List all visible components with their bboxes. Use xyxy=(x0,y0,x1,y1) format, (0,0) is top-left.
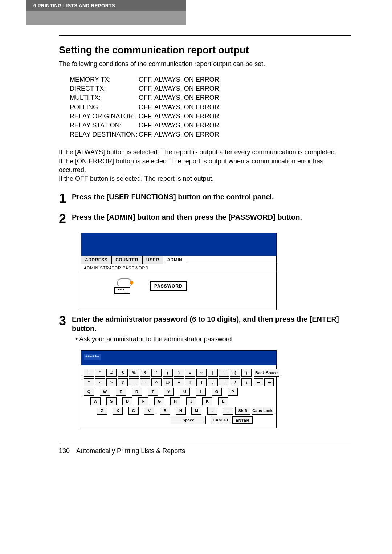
key[interactable]: V xyxy=(144,407,154,415)
setting-value: OFF, ALWAYS, ON ERROR xyxy=(139,75,219,84)
setting-label: RELAY ORIGINATOR: xyxy=(70,112,139,121)
setting-value: OFF, ALWAYS, ON ERROR xyxy=(139,112,219,121)
key[interactable]: O xyxy=(212,388,222,396)
key[interactable]: ` xyxy=(219,369,229,377)
key[interactable]: ( xyxy=(163,369,173,377)
capslock-key[interactable]: Caps Lock xyxy=(252,407,273,415)
key[interactable]: # xyxy=(106,369,117,377)
chapter-header: 6 PRINTING LISTS AND REPORTS xyxy=(26,0,186,11)
key[interactable]: \ xyxy=(241,378,252,386)
key[interactable]: H xyxy=(170,397,180,405)
step-1: 1 Press the [USER FUNCTIONS] button on t… xyxy=(59,192,351,205)
key[interactable]: + xyxy=(174,378,184,386)
setting-value: OFF, ALWAYS, ON ERROR xyxy=(139,103,219,112)
arrow-left-key[interactable]: ⬅ xyxy=(254,378,263,386)
key[interactable]: X xyxy=(113,407,123,415)
tab-admin[interactable]: ADMIN xyxy=(163,256,186,264)
key[interactable]: * xyxy=(84,378,94,386)
key[interactable]: & xyxy=(140,369,150,377)
step-2: 2 Press the [ADMIN] button and then pres… xyxy=(59,212,351,225)
key[interactable]: } xyxy=(241,369,252,377)
key[interactable]: - xyxy=(140,378,150,386)
key[interactable]: / xyxy=(230,378,240,386)
step-bullet: Ask your administrator to the administra… xyxy=(75,335,351,343)
key[interactable]: L xyxy=(218,397,228,405)
page-number: 130 xyxy=(59,447,70,455)
keyboard-entry-display: ****** xyxy=(81,351,276,365)
key[interactable]: N xyxy=(176,407,186,415)
key[interactable]: % xyxy=(129,369,139,377)
key[interactable]: Y xyxy=(164,388,174,396)
setting-value: OFF, ALWAYS, ON ERROR xyxy=(139,130,219,139)
divider-top xyxy=(59,35,351,36)
key[interactable]: K xyxy=(202,397,212,405)
intro-text: The following conditions of the communic… xyxy=(59,60,351,68)
key[interactable]: . xyxy=(207,407,217,415)
step-title: Press the [ADMIN] button and then press … xyxy=(72,212,351,222)
tab-user[interactable]: USER xyxy=(142,256,163,264)
key[interactable]: ~ xyxy=(196,369,207,377)
key[interactable]: J xyxy=(186,397,196,405)
key[interactable]: D xyxy=(122,397,132,405)
key[interactable]: < xyxy=(95,378,105,386)
on-screen-keyboard: ! " # $ % & ' ( ) = ~ | ` { } Back Spac xyxy=(81,365,276,428)
key[interactable]: B xyxy=(160,407,170,415)
key[interactable]: ? xyxy=(118,378,128,386)
key[interactable]: _ xyxy=(129,378,139,386)
key[interactable]: W xyxy=(100,388,110,396)
step-number: 1 xyxy=(59,192,72,205)
setting-label: POLLING: xyxy=(70,103,139,112)
key[interactable]: Q xyxy=(84,388,94,396)
key[interactable]: , xyxy=(223,407,233,415)
key[interactable]: G xyxy=(154,397,164,405)
key[interactable]: T xyxy=(148,388,158,396)
key[interactable]: $ xyxy=(118,369,128,377)
key[interactable]: F xyxy=(138,397,148,405)
key[interactable]: ' xyxy=(151,369,162,377)
key[interactable]: A xyxy=(90,397,101,405)
key[interactable]: ) xyxy=(174,369,184,377)
key[interactable]: = xyxy=(185,369,195,377)
key[interactable]: ] xyxy=(196,378,207,386)
key[interactable]: M xyxy=(191,407,201,415)
key[interactable]: ; xyxy=(208,378,218,386)
setting-label: MEMORY TX: xyxy=(70,75,139,84)
key[interactable]: [ xyxy=(185,378,195,386)
key[interactable]: U xyxy=(180,388,190,396)
key[interactable]: @ xyxy=(163,378,173,386)
key[interactable]: R xyxy=(132,388,142,396)
key[interactable]: Z xyxy=(97,407,107,415)
setting-label: MULTI TX: xyxy=(70,93,139,102)
key[interactable]: S xyxy=(106,397,117,405)
password-button[interactable]: PASSWORD xyxy=(150,281,187,291)
backspace-key[interactable]: Back Space xyxy=(254,369,279,377)
step-number: 3 xyxy=(59,314,72,343)
key[interactable]: C xyxy=(128,407,139,415)
key[interactable]: P xyxy=(228,388,238,396)
note-line: If the [ALWAYS] button is selected: The … xyxy=(59,148,351,156)
note-line: If the OFF button is selected. The repor… xyxy=(59,174,351,183)
key[interactable]: { xyxy=(230,369,240,377)
key[interactable]: > xyxy=(106,378,117,386)
key[interactable]: ! xyxy=(84,369,94,377)
tab-row: ADDRESS COUNTER USER ADMIN xyxy=(81,256,276,264)
key[interactable]: " xyxy=(95,369,105,377)
key[interactable]: ^ xyxy=(151,378,162,386)
setting-value: OFF, ALWAYS, ON ERROR xyxy=(139,93,219,102)
screenshot-admin-password: ADDRESS COUNTER USER ADMIN ADMINISTRATOR… xyxy=(81,233,277,310)
key[interactable]: : xyxy=(219,378,229,386)
password-display: ****_ xyxy=(114,287,130,294)
setting-value: OFF, ALWAYS, ON ERROR xyxy=(139,121,219,130)
key[interactable]: I xyxy=(196,388,206,396)
space-key[interactable]: Space xyxy=(171,416,206,424)
tab-address[interactable]: ADDRESS xyxy=(81,256,111,264)
enter-key[interactable]: ENTER xyxy=(232,416,253,424)
tab-counter[interactable]: COUNTER xyxy=(111,256,142,264)
note-line: If the [ON ERROR] button is selected: Th… xyxy=(59,157,351,175)
divider-bottom xyxy=(59,443,351,443)
shift-key[interactable]: Shift xyxy=(235,407,250,415)
arrow-right-key[interactable]: ➡ xyxy=(264,378,274,386)
key[interactable]: E xyxy=(116,388,126,396)
key[interactable]: | xyxy=(208,369,218,377)
cancel-key[interactable]: CANCEL xyxy=(211,416,231,424)
